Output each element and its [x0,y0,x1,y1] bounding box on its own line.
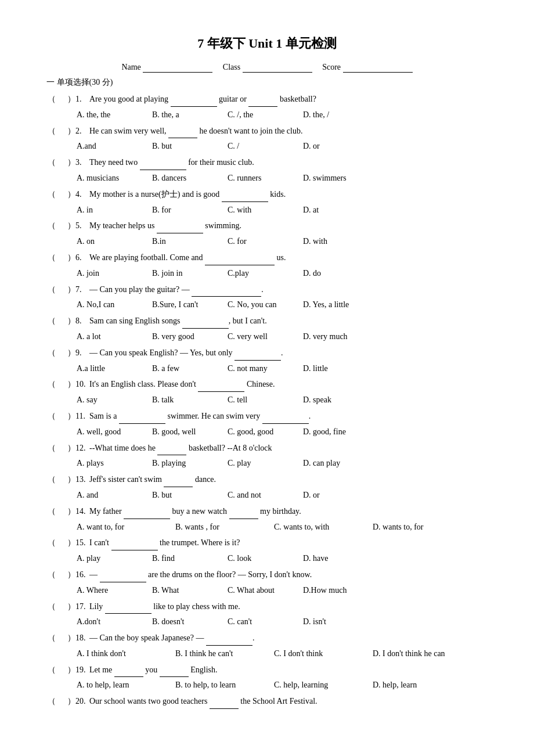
question-line-12: （ ） 12. --What time does he basketball? … [46,441,488,456]
q-num: 6. [75,251,89,265]
options-line-6: A. join B. join in C.play D. do [46,267,488,280]
paren-right: ） [67,92,75,106]
opt-b: B. the, a [152,108,222,122]
paren-space [57,505,67,519]
question-line-1: （ ） 1. Are you good at playing guitar or… [46,92,488,107]
paren-right: ） [67,663,75,677]
opt-b: B. wants , for [175,520,268,534]
opt-a: A. join [77,267,146,280]
opt-c: C. I don't think [274,647,367,661]
paren-space [57,600,67,614]
paren-space [57,473,67,487]
q-num: 11. [75,409,89,423]
paren-space [57,251,67,265]
q-text: I can't the trumpet. Where is it? [89,536,488,550]
opt-a: A. plays [77,456,146,470]
paren-right: ） [67,600,75,614]
question-line-4: （ ） 4. My mother is a nurse(护士) and is g… [46,188,488,202]
opt-c: C. play [228,456,297,470]
paren-space [57,631,67,645]
opt-c: C. can't [228,615,297,629]
paren-space [57,346,67,360]
options-line-9: A.a little B. a few C. not many D. littl… [46,362,488,376]
q-num: 10. [75,377,89,391]
question-block-14: （ ） 14. My father buy a new watch my bir… [46,505,488,534]
opt-c: C. with [228,203,297,217]
q-num: 13. [75,473,89,487]
q-num: 9. [75,346,89,360]
question-block-9: （ ） 9. — Can you speak English? — Yes, b… [46,346,488,376]
options-line-8: A. a lot B. very good C. very well D. ve… [46,330,488,344]
question-line-11: （ ） 11. Sam is a swimmer. He can swim ve… [46,409,488,424]
opt-b: B. doesn't [152,615,222,629]
paren-space [57,694,67,708]
question-block-6: （ ） 6. We are playing football. Come and… [46,251,488,280]
opt-b: B. find [152,552,222,566]
opt-b: B.Sure, I can't [152,298,222,312]
q-text: Sam is a swimmer. He can swim very . [89,409,488,424]
options-line-11: A. well, good B. good, well C. good, goo… [46,425,488,439]
options-line-7: A. No,I can B.Sure, I can't C. No, you c… [46,298,488,312]
opt-b: B. talk [152,393,222,407]
name-label: Name [121,63,140,72]
opt-a: A. say [77,393,146,407]
question-block-19: （ ） 19. Let me you English. A. to help, … [46,663,488,693]
paren-right: ） [67,188,75,201]
paren-left: （ [46,568,57,582]
question-block-7: （ ） 7. — Can you play the guitar? — . A.… [46,283,488,312]
opt-c: C. for [228,235,297,249]
paren-left: （ [46,536,57,550]
q-num: 2. [75,124,89,138]
question-block-12: （ ） 12. --What time does he basketball? … [46,441,488,471]
paren-space [57,441,67,455]
opt-b: B. a few [152,362,222,376]
opt-c: C. wants to, with [274,520,367,534]
question-line-7: （ ） 7. — Can you play the guitar? — . [46,283,488,297]
opt-c: C. tell [228,393,297,407]
q-num: 7. [75,283,89,297]
opt-d: D. have [303,552,373,566]
opt-b: B. for [152,203,222,217]
question-line-9: （ ） 9. — Can you speak English? — Yes, b… [46,346,488,361]
q-text: --What time does he basketball? --At 8 o… [89,441,488,456]
opt-b: B. good, well [152,425,222,439]
paren-space [57,124,67,138]
q-num: 12. [75,441,89,455]
opt-c: C. No, you can [228,298,297,312]
paren-right: ） [67,409,75,423]
question-line-17: （ ） 17. Lily like to play chess with me. [46,600,488,614]
opt-d: D. wants to, for [373,520,466,534]
paren-right: ） [67,536,75,550]
opt-a: A.a little [77,362,146,376]
opt-a: A. and [77,488,146,502]
paren-space [57,283,67,297]
title: 7 年级下 Unit 1 单元检测 [46,35,488,52]
question-block-4: （ ） 4. My mother is a nurse(护士) and is g… [46,188,488,217]
q-text: Our school wants two good teachers the S… [89,694,488,709]
paren-left: （ [46,409,57,423]
paren-left: （ [46,251,57,265]
opt-a: A. play [77,552,146,566]
opt-b: B.in [152,235,222,249]
options-line-3: A. musicians B. dancers C. runners D. sw… [46,171,488,185]
opt-d: D. with [303,235,373,249]
opt-c: C. very well [228,330,297,344]
opt-c: C. not many [228,362,297,376]
paren-space [57,188,67,201]
opt-c: C. What about [228,584,297,597]
opt-b: B. very good [152,330,222,344]
paren-left: （ [46,156,57,170]
question-block-11: （ ） 11. Sam is a swimmer. He can swim ve… [46,409,488,439]
question-block-16: （ ） 16. — are the drums on the floor? — … [46,568,488,597]
score-field [343,63,413,73]
options-line-13: A. and B. but C. and not D. or [46,488,488,502]
class-field [243,63,312,73]
opt-d: D. I don't think he can [373,647,466,661]
opt-a: A.and [77,139,146,153]
class-label: Class [223,63,240,72]
question-line-13: （ ） 13. Jeff's sister can't swim dance. [46,473,488,487]
opt-a: A. Where [77,584,146,597]
paren-space [57,663,67,677]
q-num: 14. [75,505,89,519]
q-num: 15. [75,536,89,550]
